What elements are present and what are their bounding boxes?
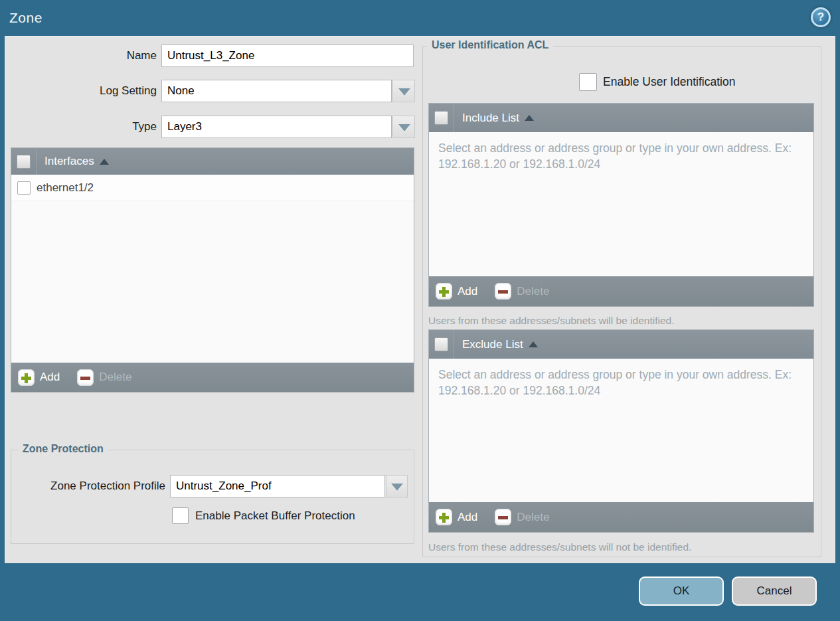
exclude-list-placeholder: Select an address or address group or ty… — [438, 367, 807, 399]
zone-protection-profile-input[interactable] — [170, 475, 385, 497]
include-list-body[interactable]: Select an address or address group or ty… — [429, 132, 813, 276]
dialog-title: Zone — [9, 10, 42, 26]
include-select-all-checkbox[interactable] — [434, 111, 448, 125]
packet-buffer-protection-label: Enable Packet Buffer Protection — [195, 507, 355, 525]
exclude-delete-button[interactable]: Delete — [495, 509, 549, 525]
interfaces-header-label: Interfaces — [44, 155, 94, 168]
plus-icon — [18, 369, 35, 386]
include-add-button[interactable]: Add — [436, 283, 477, 300]
zone-protection-section: Zone Protection Zone Protection Profile … — [11, 450, 414, 544]
exclude-list-header: Exclude List — [429, 330, 813, 359]
include-list-toolbar: Add Delete — [429, 276, 813, 306]
dialog-content: Name Log Setting Type Interfaces — [5, 36, 835, 563]
interfaces-header-checkbox-cell — [11, 148, 37, 175]
help-icon[interactable]: ? — [811, 7, 831, 27]
zone-dialog: Zone ? Name Log Setting Type Interfaces — [0, 0, 840, 621]
interfaces-table-header: Interfaces — [11, 148, 414, 175]
name-input[interactable] — [161, 44, 414, 67]
interfaces-table: Interfaces ethernet1/2 Add Dele — [11, 147, 414, 393]
log-setting-dropdown-button[interactable] — [392, 80, 415, 102]
delete-button-label: Delete — [99, 371, 131, 384]
enable-user-identification-checkbox[interactable] — [579, 73, 597, 91]
exclude-list-header-label: Exclude List — [462, 338, 523, 351]
dialog-titlebar: Zone ? — [0, 0, 840, 36]
minus-icon — [77, 369, 94, 386]
delete-button-label: Delete — [517, 511, 549, 524]
include-list-header: Include List — [429, 104, 813, 132]
chevron-down-icon — [398, 124, 410, 132]
exclude-header-checkbox-cell — [429, 330, 454, 359]
cancel-button[interactable]: Cancel — [732, 577, 817, 606]
add-button-label: Add — [458, 285, 477, 298]
enable-user-identification-label: Enable User Identification — [603, 73, 735, 91]
ok-button[interactable]: OK — [639, 577, 724, 606]
log-setting-input[interactable] — [161, 80, 392, 102]
include-list-header-label: Include List — [462, 112, 519, 125]
user-identification-acl-legend: User Identification ACL — [427, 39, 553, 51]
minus-icon — [495, 509, 511, 525]
interfaces-select-all-checkbox[interactable] — [17, 155, 31, 169]
zone-protection-profile-dropdown-button[interactable] — [386, 475, 408, 497]
chevron-down-icon — [391, 484, 403, 491]
name-label: Name — [5, 44, 157, 67]
interfaces-delete-button[interactable]: Delete — [77, 369, 131, 386]
zone-protection-profile-label: Zone Protection Profile — [17, 475, 165, 497]
exclude-list-footnote: Users from these addresses/subnets will … — [428, 541, 691, 553]
exclude-add-button[interactable]: Add — [436, 509, 477, 525]
packet-buffer-protection-checkbox[interactable] — [172, 507, 189, 524]
interface-name: ethernet1/2 — [37, 181, 94, 195]
minus-icon — [495, 283, 511, 300]
exclude-list-table: Exclude List Select an address or addres… — [428, 329, 814, 533]
chevron-down-icon — [398, 88, 410, 96]
zone-protection-legend: Zone Protection — [18, 443, 108, 455]
include-list-table: Include List Select an address or addres… — [428, 103, 814, 307]
interfaces-row[interactable]: ethernet1/2 — [11, 175, 414, 201]
exclude-list-toolbar: Add Delete — [429, 502, 813, 532]
sort-ascending-icon[interactable] — [525, 115, 534, 121]
interfaces-row-checkbox[interactable] — [17, 181, 31, 195]
include-list-footnote: Users from these addresses/subnets will … — [428, 315, 674, 327]
type-label: Type — [5, 116, 157, 138]
interfaces-table-body: ethernet1/2 — [11, 175, 414, 363]
row-checkbox-cell — [11, 181, 37, 195]
sort-ascending-icon[interactable] — [529, 341, 538, 347]
log-setting-label: Log Setting — [5, 80, 157, 102]
add-button-label: Add — [40, 371, 60, 384]
plus-icon — [436, 509, 452, 525]
interfaces-table-toolbar: Add Delete — [11, 363, 414, 392]
interfaces-add-button[interactable]: Add — [18, 369, 60, 386]
type-dropdown-button[interactable] — [392, 116, 415, 138]
include-header-checkbox-cell — [429, 104, 454, 132]
delete-button-label: Delete — [517, 285, 549, 298]
include-delete-button[interactable]: Delete — [495, 283, 549, 300]
include-list-placeholder: Select an address or address group or ty… — [438, 140, 807, 172]
sort-ascending-icon[interactable] — [100, 159, 109, 165]
plus-icon — [436, 283, 452, 300]
exclude-list-body[interactable]: Select an address or address group or ty… — [429, 359, 813, 502]
type-input[interactable] — [161, 116, 392, 138]
user-identification-acl-section: User Identification ACL Enable User Iden… — [422, 46, 821, 557]
exclude-select-all-checkbox[interactable] — [434, 337, 448, 351]
add-button-label: Add — [458, 511, 477, 524]
